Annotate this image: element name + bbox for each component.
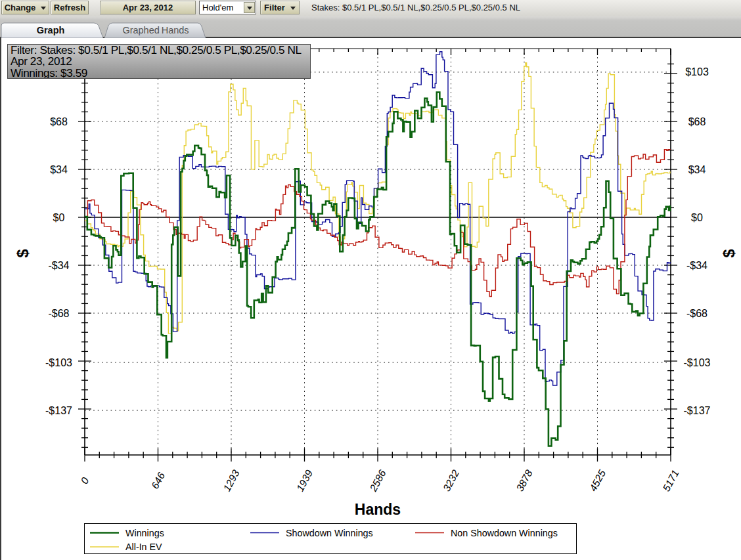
svg-text:$0: $0 xyxy=(53,212,65,223)
svg-text:646: 646 xyxy=(149,470,167,490)
svg-text:$: $ xyxy=(14,249,32,257)
svg-text:Graph: Graph xyxy=(37,25,65,35)
svg-text:$103: $103 xyxy=(685,66,709,77)
svg-text:-$68: -$68 xyxy=(686,308,707,319)
svg-text:$34: $34 xyxy=(50,164,68,175)
svg-text:5171: 5171 xyxy=(660,468,681,493)
svg-text:$34: $34 xyxy=(688,164,706,175)
svg-text:-$34: -$34 xyxy=(48,260,69,271)
svg-text:Showdown Winnings: Showdown Winnings xyxy=(286,528,373,538)
svg-text:0: 0 xyxy=(78,475,91,486)
svg-text:-$68: -$68 xyxy=(48,308,69,319)
svg-text:Hands: Hands xyxy=(355,501,401,518)
svg-text:$68: $68 xyxy=(688,116,706,127)
svg-text:1939: 1939 xyxy=(294,467,315,493)
svg-text:4525: 4525 xyxy=(587,467,608,493)
svg-text:-$137: -$137 xyxy=(45,405,72,416)
svg-text:-$34: -$34 xyxy=(686,260,707,271)
svg-text:All-In EV: All-In EV xyxy=(125,542,162,552)
svg-text:$68: $68 xyxy=(50,116,68,127)
svg-text:Graphed Hands: Graphed Hands xyxy=(122,25,189,35)
svg-text:Winnings: Winnings xyxy=(125,528,164,538)
svg-text:-$103: -$103 xyxy=(45,357,72,368)
svg-text:2586: 2586 xyxy=(367,467,388,494)
svg-text:$: $ xyxy=(721,249,738,257)
svg-text:$0: $0 xyxy=(691,212,703,223)
svg-text:-$137: -$137 xyxy=(684,405,711,416)
svg-text:3878: 3878 xyxy=(514,467,534,493)
svg-text:Non Showdown Winnings: Non Showdown Winnings xyxy=(451,528,558,538)
svg-text:-$103: -$103 xyxy=(684,357,711,368)
svg-text:1293: 1293 xyxy=(221,467,241,493)
svg-text:3232: 3232 xyxy=(441,467,461,493)
